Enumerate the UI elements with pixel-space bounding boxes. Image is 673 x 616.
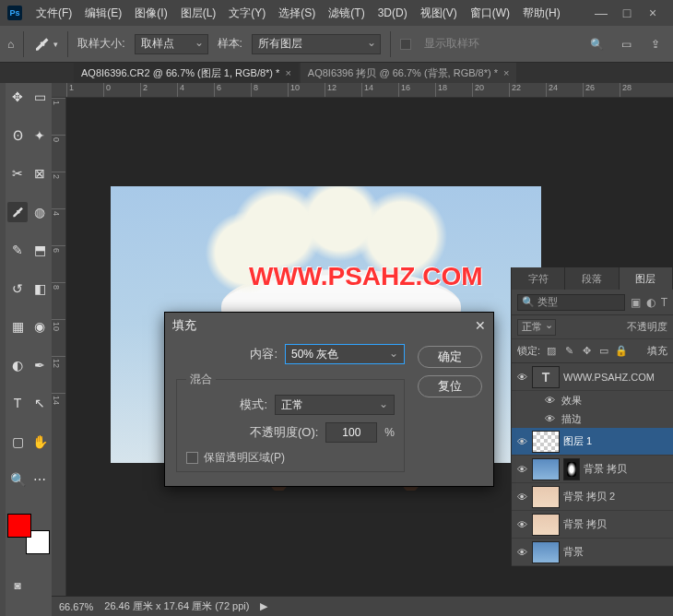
- lock-position-icon[interactable]: ✎: [562, 345, 575, 357]
- eyedropper-tool[interactable]: [7, 202, 28, 222]
- visibility-icon[interactable]: 👁: [543, 395, 556, 406]
- frame-tool[interactable]: ⊠: [30, 163, 50, 184]
- menu-filter[interactable]: 滤镜(T): [322, 6, 371, 21]
- blur-tool[interactable]: ◉: [30, 316, 50, 337]
- visibility-icon[interactable]: 👁: [515, 464, 528, 475]
- visibility-icon[interactable]: 👁: [515, 492, 528, 503]
- visibility-icon[interactable]: 👁: [515, 436, 528, 447]
- layer-name[interactable]: 图层 1: [563, 434, 669, 448]
- ok-button[interactable]: 确定: [418, 346, 482, 368]
- lasso-tool[interactable]: ʘ: [7, 125, 28, 146]
- mode-select[interactable]: 正常: [275, 395, 395, 415]
- dialog-close[interactable]: ✕: [475, 318, 486, 333]
- menu-view[interactable]: 视图(V): [414, 6, 464, 21]
- doc-tab-1-close[interactable]: ×: [285, 67, 290, 78]
- layer-filter-kind[interactable]: 🔍 类型: [517, 294, 625, 311]
- brush-tool[interactable]: ✎: [7, 240, 28, 260]
- reset-button[interactable]: 复位: [418, 375, 482, 397]
- visibility-icon[interactable]: 👁: [515, 519, 528, 530]
- lock-nest-icon[interactable]: ▭: [597, 345, 610, 357]
- blend-mode-select[interactable]: 正常: [517, 319, 556, 336]
- zoom-value[interactable]: 66.67%: [59, 601, 93, 612]
- content-select[interactable]: 50% 灰色: [285, 344, 405, 364]
- eyedropper-icon[interactable]: ▾: [33, 36, 58, 53]
- doc-tab-2-close[interactable]: ×: [503, 67, 509, 78]
- preserve-transparency-check[interactable]: [186, 452, 198, 464]
- mode-label: 模式:: [240, 397, 267, 413]
- tab-paragraph[interactable]: 段落: [565, 267, 619, 290]
- menu-help[interactable]: 帮助(H): [516, 6, 567, 21]
- history-brush-tool[interactable]: ↺: [7, 278, 28, 299]
- menu-file[interactable]: 文件(F): [30, 6, 78, 21]
- stamp-tool[interactable]: ⬒: [30, 240, 50, 260]
- layer-name[interactable]: 背景 拷贝 2: [563, 490, 669, 503]
- fg-color-swatch[interactable]: [7, 514, 31, 538]
- opacity-label: 不透明度(O):: [250, 424, 318, 441]
- opacity-input[interactable]: 100: [325, 422, 377, 443]
- tab-character[interactable]: 字符: [512, 267, 565, 290]
- move-tool[interactable]: ✥: [7, 87, 28, 107]
- pen-tool[interactable]: ✒: [30, 355, 50, 375]
- home-icon[interactable]: ⌂: [7, 38, 14, 51]
- layer-fx[interactable]: 👁 效果: [512, 391, 673, 409]
- show-ring-check[interactable]: [400, 39, 411, 50]
- color-swatches[interactable]: [7, 514, 50, 554]
- menu-edit[interactable]: 编辑(E): [78, 6, 128, 21]
- layer-mask[interactable]: [563, 458, 580, 480]
- layer-text[interactable]: 👁 T WWW.PSAHZ.COM: [512, 363, 673, 391]
- window-close[interactable]: ×: [640, 6, 666, 20]
- lock-pixels-icon[interactable]: ▨: [545, 345, 558, 357]
- edit-toolbar[interactable]: ⋯: [30, 469, 50, 490]
- shape-tool[interactable]: ▢: [7, 432, 28, 452]
- search-icon[interactable]: 🔍: [586, 34, 607, 54]
- marquee-tool[interactable]: ▭: [30, 87, 50, 107]
- filter-image-icon[interactable]: ▣: [631, 296, 641, 309]
- type-tool[interactable]: T: [7, 393, 28, 413]
- heal-tool[interactable]: ◍: [30, 202, 50, 222]
- blend-legend: 混合: [186, 372, 216, 387]
- hand-tool[interactable]: ✋: [30, 432, 50, 452]
- doc-tab-1[interactable]: AQ8I6396.CR2 @ 66.7% (图层 1, RGB/8*) * ×: [74, 63, 299, 83]
- layer-fx-stroke[interactable]: 👁 描边: [512, 409, 673, 428]
- gradient-tool[interactable]: ▦: [7, 316, 28, 337]
- layer-name[interactable]: 背景 拷贝: [584, 462, 669, 476]
- path-tool[interactable]: ↖: [30, 393, 50, 413]
- menu-layer[interactable]: 图层(L): [174, 6, 223, 21]
- status-arrow[interactable]: ▶: [260, 600, 267, 612]
- menu-select[interactable]: 选择(S): [272, 6, 322, 21]
- window-maximize[interactable]: □: [614, 6, 640, 20]
- layer-name[interactable]: 背景: [563, 545, 669, 559]
- filter-type-icon[interactable]: T: [661, 296, 667, 309]
- quick-mask-icon[interactable]: ◙: [7, 575, 28, 596]
- menu-3d[interactable]: 3D(D): [372, 6, 414, 19]
- wand-tool[interactable]: ✦: [30, 125, 50, 146]
- layer-bg-copy[interactable]: 👁 背景 拷贝: [512, 511, 673, 539]
- menu-image[interactable]: 图像(I): [128, 6, 173, 21]
- sample-size-select[interactable]: 取样点: [135, 34, 208, 54]
- zoom-tool[interactable]: 🔍: [7, 469, 28, 490]
- layer-name[interactable]: WWW.PSAHZ.COM: [563, 372, 669, 383]
- window-minimize[interactable]: —: [588, 6, 614, 20]
- lock-artboard-icon[interactable]: ✥: [580, 345, 593, 357]
- workspace-icon[interactable]: ▭: [616, 34, 636, 54]
- crop-tool[interactable]: ✂: [7, 163, 28, 184]
- dodge-tool[interactable]: ◐: [7, 355, 28, 375]
- layer-name[interactable]: 背景 拷贝: [563, 517, 669, 531]
- layer-bg[interactable]: 👁 背景: [512, 539, 673, 566]
- tab-layers[interactable]: 图层: [620, 267, 673, 290]
- visibility-icon[interactable]: 👁: [543, 413, 556, 424]
- filter-adjust-icon[interactable]: ◐: [646, 296, 655, 309]
- share-icon[interactable]: ⇪: [645, 34, 666, 54]
- eraser-tool[interactable]: ◧: [30, 278, 50, 299]
- visibility-icon[interactable]: 👁: [515, 547, 528, 558]
- layer-bg-copy2[interactable]: 👁 背景 拷贝 2: [512, 483, 673, 511]
- layer-1[interactable]: 👁 图层 1: [512, 428, 673, 456]
- visibility-icon[interactable]: 👁: [515, 372, 528, 383]
- menu-type[interactable]: 文字(Y): [222, 6, 272, 21]
- layer-bg-copy3[interactable]: 👁 背景 拷贝: [512, 456, 673, 483]
- doc-tab-2[interactable]: AQ8I6396 拷贝 @ 66.7% (背景, RGB/8*) * ×: [301, 63, 517, 83]
- layers-panel: 字符 段落 图层 🔍 类型 ▣ ◐ T 正常 不透明度 锁定: ▨ ✎ ✥ ▭ …: [511, 267, 673, 566]
- sample-select[interactable]: 所有图层: [252, 34, 381, 54]
- menu-window[interactable]: 窗口(W): [464, 6, 516, 21]
- lock-all-icon[interactable]: 🔒: [615, 345, 628, 357]
